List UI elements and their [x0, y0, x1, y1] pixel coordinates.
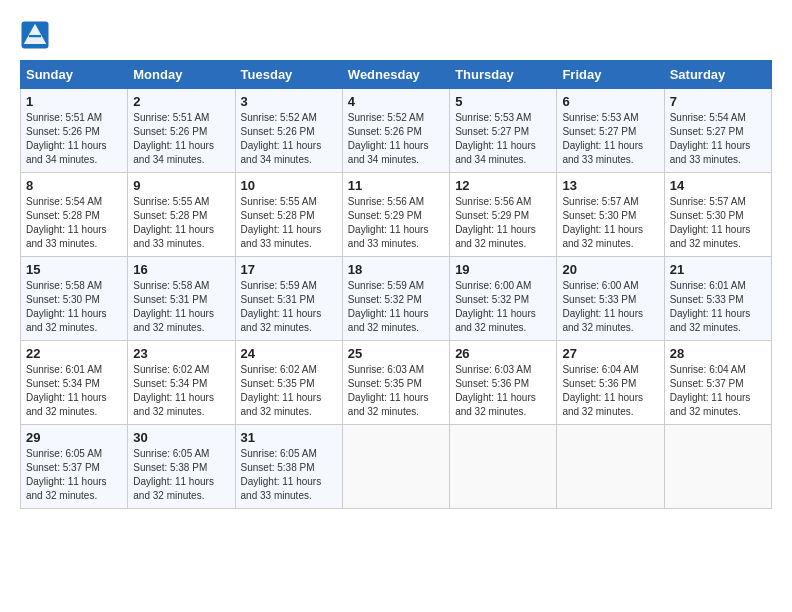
day-number: 12	[455, 178, 551, 193]
day-info: Sunrise: 6:04 AMSunset: 5:36 PMDaylight:…	[562, 363, 658, 419]
day-info: Sunrise: 5:51 AMSunset: 5:26 PMDaylight:…	[26, 111, 122, 167]
calendar-day-cell: 19Sunrise: 6:00 AMSunset: 5:32 PMDayligh…	[450, 257, 557, 341]
calendar-day-cell: 10Sunrise: 5:55 AMSunset: 5:28 PMDayligh…	[235, 173, 342, 257]
svg-rect-2	[29, 35, 41, 37]
calendar-day-cell: 18Sunrise: 5:59 AMSunset: 5:32 PMDayligh…	[342, 257, 449, 341]
day-number: 31	[241, 430, 337, 445]
day-info: Sunrise: 5:55 AMSunset: 5:28 PMDaylight:…	[241, 195, 337, 251]
empty-cell	[664, 425, 771, 509]
header-thursday: Thursday	[450, 61, 557, 89]
day-info: Sunrise: 5:53 AMSunset: 5:27 PMDaylight:…	[455, 111, 551, 167]
calendar-day-cell: 25Sunrise: 6:03 AMSunset: 5:35 PMDayligh…	[342, 341, 449, 425]
day-info: Sunrise: 6:00 AMSunset: 5:33 PMDaylight:…	[562, 279, 658, 335]
day-number: 23	[133, 346, 229, 361]
day-number: 15	[26, 262, 122, 277]
day-info: Sunrise: 5:54 AMSunset: 5:27 PMDaylight:…	[670, 111, 766, 167]
day-number: 29	[26, 430, 122, 445]
day-info: Sunrise: 5:51 AMSunset: 5:26 PMDaylight:…	[133, 111, 229, 167]
general-blue-icon	[20, 20, 50, 50]
empty-cell	[342, 425, 449, 509]
calendar-header-row: SundayMondayTuesdayWednesdayThursdayFrid…	[21, 61, 772, 89]
calendar-day-cell: 3Sunrise: 5:52 AMSunset: 5:26 PMDaylight…	[235, 89, 342, 173]
calendar-day-cell: 28Sunrise: 6:04 AMSunset: 5:37 PMDayligh…	[664, 341, 771, 425]
header-monday: Monday	[128, 61, 235, 89]
day-number: 10	[241, 178, 337, 193]
header-saturday: Saturday	[664, 61, 771, 89]
calendar-day-cell: 22Sunrise: 6:01 AMSunset: 5:34 PMDayligh…	[21, 341, 128, 425]
calendar-day-cell: 7Sunrise: 5:54 AMSunset: 5:27 PMDaylight…	[664, 89, 771, 173]
header	[20, 20, 772, 50]
logo	[20, 20, 54, 50]
day-number: 4	[348, 94, 444, 109]
day-info: Sunrise: 5:59 AMSunset: 5:31 PMDaylight:…	[241, 279, 337, 335]
calendar-day-cell: 24Sunrise: 6:02 AMSunset: 5:35 PMDayligh…	[235, 341, 342, 425]
day-info: Sunrise: 6:05 AMSunset: 5:37 PMDaylight:…	[26, 447, 122, 503]
day-info: Sunrise: 5:53 AMSunset: 5:27 PMDaylight:…	[562, 111, 658, 167]
day-number: 19	[455, 262, 551, 277]
day-number: 7	[670, 94, 766, 109]
calendar-day-cell: 11Sunrise: 5:56 AMSunset: 5:29 PMDayligh…	[342, 173, 449, 257]
calendar-day-cell: 4Sunrise: 5:52 AMSunset: 5:26 PMDaylight…	[342, 89, 449, 173]
calendar-week-row: 8Sunrise: 5:54 AMSunset: 5:28 PMDaylight…	[21, 173, 772, 257]
calendar-week-row: 29Sunrise: 6:05 AMSunset: 5:37 PMDayligh…	[21, 425, 772, 509]
day-number: 21	[670, 262, 766, 277]
calendar-day-cell: 29Sunrise: 6:05 AMSunset: 5:37 PMDayligh…	[21, 425, 128, 509]
day-info: Sunrise: 6:02 AMSunset: 5:35 PMDaylight:…	[241, 363, 337, 419]
day-number: 18	[348, 262, 444, 277]
day-info: Sunrise: 5:58 AMSunset: 5:31 PMDaylight:…	[133, 279, 229, 335]
header-friday: Friday	[557, 61, 664, 89]
day-info: Sunrise: 5:52 AMSunset: 5:26 PMDaylight:…	[348, 111, 444, 167]
calendar-week-row: 22Sunrise: 6:01 AMSunset: 5:34 PMDayligh…	[21, 341, 772, 425]
calendar-day-cell: 9Sunrise: 5:55 AMSunset: 5:28 PMDaylight…	[128, 173, 235, 257]
day-info: Sunrise: 5:52 AMSunset: 5:26 PMDaylight:…	[241, 111, 337, 167]
day-number: 14	[670, 178, 766, 193]
calendar-table: SundayMondayTuesdayWednesdayThursdayFrid…	[20, 60, 772, 509]
day-number: 6	[562, 94, 658, 109]
calendar-day-cell: 23Sunrise: 6:02 AMSunset: 5:34 PMDayligh…	[128, 341, 235, 425]
day-info: Sunrise: 6:03 AMSunset: 5:36 PMDaylight:…	[455, 363, 551, 419]
calendar-day-cell: 26Sunrise: 6:03 AMSunset: 5:36 PMDayligh…	[450, 341, 557, 425]
calendar-day-cell: 31Sunrise: 6:05 AMSunset: 5:38 PMDayligh…	[235, 425, 342, 509]
day-number: 8	[26, 178, 122, 193]
day-info: Sunrise: 5:57 AMSunset: 5:30 PMDaylight:…	[562, 195, 658, 251]
header-sunday: Sunday	[21, 61, 128, 89]
calendar-day-cell: 21Sunrise: 6:01 AMSunset: 5:33 PMDayligh…	[664, 257, 771, 341]
calendar-day-cell: 5Sunrise: 5:53 AMSunset: 5:27 PMDaylight…	[450, 89, 557, 173]
calendar-day-cell: 13Sunrise: 5:57 AMSunset: 5:30 PMDayligh…	[557, 173, 664, 257]
calendar-day-cell: 2Sunrise: 5:51 AMSunset: 5:26 PMDaylight…	[128, 89, 235, 173]
calendar-day-cell: 8Sunrise: 5:54 AMSunset: 5:28 PMDaylight…	[21, 173, 128, 257]
calendar-day-cell: 12Sunrise: 5:56 AMSunset: 5:29 PMDayligh…	[450, 173, 557, 257]
day-number: 25	[348, 346, 444, 361]
day-info: Sunrise: 6:05 AMSunset: 5:38 PMDaylight:…	[241, 447, 337, 503]
calendar-day-cell: 27Sunrise: 6:04 AMSunset: 5:36 PMDayligh…	[557, 341, 664, 425]
day-number: 5	[455, 94, 551, 109]
calendar-day-cell: 30Sunrise: 6:05 AMSunset: 5:38 PMDayligh…	[128, 425, 235, 509]
day-number: 30	[133, 430, 229, 445]
day-number: 24	[241, 346, 337, 361]
header-tuesday: Tuesday	[235, 61, 342, 89]
day-number: 13	[562, 178, 658, 193]
day-number: 3	[241, 94, 337, 109]
empty-cell	[557, 425, 664, 509]
day-info: Sunrise: 6:02 AMSunset: 5:34 PMDaylight:…	[133, 363, 229, 419]
calendar-week-row: 15Sunrise: 5:58 AMSunset: 5:30 PMDayligh…	[21, 257, 772, 341]
calendar-day-cell: 15Sunrise: 5:58 AMSunset: 5:30 PMDayligh…	[21, 257, 128, 341]
day-info: Sunrise: 6:05 AMSunset: 5:38 PMDaylight:…	[133, 447, 229, 503]
day-number: 28	[670, 346, 766, 361]
day-number: 9	[133, 178, 229, 193]
day-number: 20	[562, 262, 658, 277]
day-info: Sunrise: 5:54 AMSunset: 5:28 PMDaylight:…	[26, 195, 122, 251]
calendar-day-cell: 14Sunrise: 5:57 AMSunset: 5:30 PMDayligh…	[664, 173, 771, 257]
header-wednesday: Wednesday	[342, 61, 449, 89]
calendar-day-cell: 1Sunrise: 5:51 AMSunset: 5:26 PMDaylight…	[21, 89, 128, 173]
day-info: Sunrise: 5:58 AMSunset: 5:30 PMDaylight:…	[26, 279, 122, 335]
day-info: Sunrise: 6:03 AMSunset: 5:35 PMDaylight:…	[348, 363, 444, 419]
day-number: 27	[562, 346, 658, 361]
day-info: Sunrise: 6:00 AMSunset: 5:32 PMDaylight:…	[455, 279, 551, 335]
calendar-day-cell: 17Sunrise: 5:59 AMSunset: 5:31 PMDayligh…	[235, 257, 342, 341]
calendar-week-row: 1Sunrise: 5:51 AMSunset: 5:26 PMDaylight…	[21, 89, 772, 173]
calendar-day-cell: 6Sunrise: 5:53 AMSunset: 5:27 PMDaylight…	[557, 89, 664, 173]
calendar-day-cell: 20Sunrise: 6:00 AMSunset: 5:33 PMDayligh…	[557, 257, 664, 341]
calendar-day-cell: 16Sunrise: 5:58 AMSunset: 5:31 PMDayligh…	[128, 257, 235, 341]
empty-cell	[450, 425, 557, 509]
